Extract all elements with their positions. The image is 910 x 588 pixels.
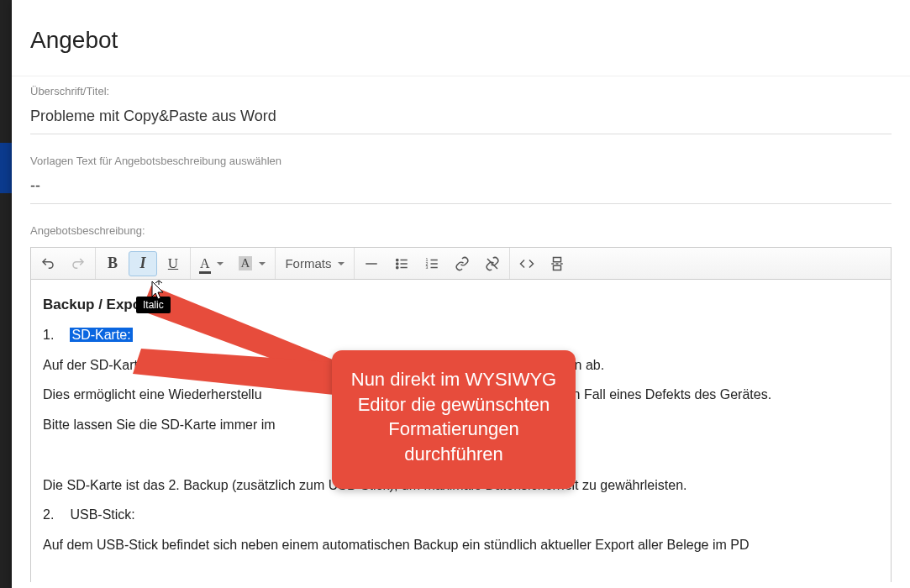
list-number: 2. bbox=[43, 504, 66, 526]
field-title-input[interactable] bbox=[30, 102, 892, 134]
link-button[interactable] bbox=[448, 251, 476, 276]
tb-group-formats: Formats bbox=[276, 248, 355, 279]
page-break-button[interactable] bbox=[543, 251, 571, 276]
text-fragment: Auf der SD-Karte legt da bbox=[43, 358, 189, 372]
field-template-label: Vorlagen Text für Angebotsbeschreibung a… bbox=[30, 155, 892, 167]
code-icon bbox=[519, 256, 534, 271]
svg-rect-15 bbox=[554, 265, 561, 270]
bold-button[interactable]: B bbox=[98, 251, 127, 276]
svg-rect-14 bbox=[554, 257, 561, 261]
paragraph: Auf dem USB-Stick befindet sich neben ei… bbox=[43, 534, 879, 556]
tb-group-insert: 123 bbox=[355, 248, 510, 279]
text-fragment: Dies ermöglicht eine Wiederherstellu bbox=[43, 387, 262, 402]
hr-button[interactable] bbox=[357, 251, 386, 276]
underline-icon: U bbox=[168, 255, 178, 272]
source-code-button[interactable] bbox=[513, 251, 541, 276]
list-text: USB-Stick: bbox=[70, 507, 134, 522]
link-icon bbox=[455, 256, 470, 271]
hr-icon bbox=[364, 256, 379, 271]
italic-button[interactable]: I bbox=[129, 251, 157, 276]
modal-title: Angebot bbox=[30, 27, 892, 54]
tooltip-italic: Italic bbox=[136, 297, 171, 313]
tb-group-tools bbox=[510, 248, 574, 279]
formats-dropdown[interactable]: Formats bbox=[278, 251, 351, 276]
chevron-down-icon bbox=[259, 262, 266, 265]
bullet-list-icon bbox=[394, 256, 409, 271]
page-break-icon bbox=[550, 256, 565, 271]
list-number: 1. bbox=[43, 324, 66, 346]
text-color-icon: A bbox=[200, 256, 210, 271]
undo-button[interactable] bbox=[34, 251, 62, 276]
sidebar-accent bbox=[0, 143, 12, 193]
number-list-button[interactable]: 123 bbox=[418, 251, 446, 276]
italic-icon: I bbox=[139, 255, 145, 272]
underline-button[interactable]: U bbox=[159, 251, 187, 276]
modal-header: Angebot bbox=[12, 0, 910, 76]
chevron-down-icon bbox=[217, 262, 224, 265]
svg-point-2 bbox=[397, 262, 398, 264]
formats-label: Formats bbox=[285, 256, 331, 270]
selected-text: SD-Karte: bbox=[70, 328, 132, 342]
unlink-button[interactable] bbox=[478, 251, 507, 276]
field-desc-section: Angebotsbeschreibung: bbox=[12, 216, 910, 247]
modal-angebot: Angebot Überschrift/Titel: Vorlagen Text… bbox=[12, 0, 910, 588]
bg-color-icon: A bbox=[239, 256, 253, 270]
list-item: 2. USB-Stick: bbox=[43, 504, 879, 526]
tb-group-color: A A bbox=[191, 248, 276, 279]
callout-text: Nun direkt im WYSIWYG Editor die gewünsc… bbox=[351, 369, 556, 465]
undo-icon bbox=[40, 256, 55, 271]
field-template-value: -- bbox=[30, 172, 892, 204]
list-item: 1. SD-Karte: bbox=[43, 324, 879, 346]
editor-toolbar: B I U A A bbox=[31, 248, 891, 280]
number-list-icon: 123 bbox=[424, 256, 439, 271]
annotation-callout: Nun direkt im WYSIWYG Editor die gewünsc… bbox=[332, 350, 576, 489]
unlink-icon bbox=[485, 256, 500, 271]
text-color-button[interactable]: A bbox=[193, 251, 230, 276]
svg-point-3 bbox=[397, 266, 398, 268]
bold-icon: B bbox=[108, 255, 118, 272]
tb-group-format: B I U bbox=[96, 248, 191, 279]
field-template-select[interactable]: -- bbox=[30, 172, 892, 204]
tb-group-history bbox=[31, 248, 96, 279]
field-template-section: Vorlagen Text für Angebotsbeschreibung a… bbox=[12, 146, 910, 216]
redo-icon bbox=[71, 256, 86, 271]
svg-text:3: 3 bbox=[426, 265, 429, 270]
field-title-section: Überschrift/Titel: bbox=[12, 76, 910, 146]
bg-color-button[interactable]: A bbox=[232, 251, 273, 276]
field-desc-label: Angebotsbeschreibung: bbox=[30, 224, 892, 237]
chevron-down-icon bbox=[338, 262, 345, 265]
text-fragment: n Fall eines Defekts des Gerätes. bbox=[573, 387, 772, 402]
bullet-list-button[interactable] bbox=[387, 251, 416, 276]
field-title-label: Überschrift/Titel: bbox=[30, 85, 892, 97]
svg-point-1 bbox=[397, 259, 398, 260]
redo-button[interactable] bbox=[64, 251, 92, 276]
